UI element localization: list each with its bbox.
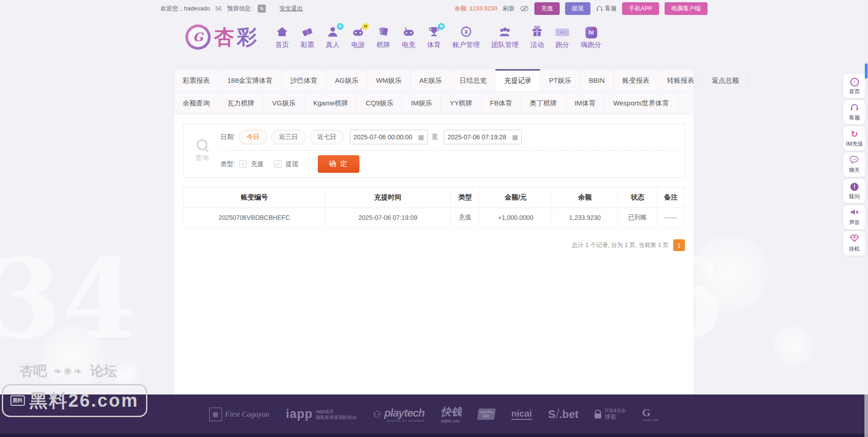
exclamation-icon: ! bbox=[850, 183, 859, 191]
mobile-app-button[interactable]: 手机APP bbox=[622, 2, 659, 15]
nav-item-promo[interactable]: 活动 bbox=[524, 25, 550, 49]
range-today-pill[interactable]: 今日 bbox=[239, 130, 267, 144]
new-badge: N bbox=[337, 23, 344, 30]
paofen-logo-icon: T.I.T bbox=[556, 28, 569, 36]
refresh-link[interactable]: 刷新 bbox=[503, 5, 514, 13]
nav-item-cards[interactable]: 棋牌 bbox=[371, 25, 396, 49]
col-header-amount: 金额/元 bbox=[480, 187, 552, 208]
col-header-type: 类型 bbox=[451, 187, 480, 208]
side-item-service[interactable]: 客服 bbox=[843, 100, 866, 124]
tab-bbin[interactable]: BBIN bbox=[580, 69, 614, 91]
side-item-im-recharge[interactable]: ↻ IM充值 bbox=[843, 126, 866, 151]
main-content-card: 彩票报表 188金宝博体育 沙巴体育 AG娱乐 WM娱乐 AE娱乐 日结总览 充… bbox=[174, 69, 694, 395]
edit-pencil-icon[interactable]: ✎ bbox=[258, 5, 266, 13]
cell-type: 充值 bbox=[451, 208, 480, 228]
gamcare-logo: GGAMCARE bbox=[642, 407, 659, 422]
nav-item-sports[interactable]: N 体育 bbox=[421, 25, 447, 49]
tab-ag[interactable]: AG娱乐 bbox=[326, 69, 368, 91]
scrollbar-thumb[interactable] bbox=[865, 63, 868, 79]
welcome-text: 欢迎您，hadesado bbox=[160, 5, 210, 13]
nav-item-lottery[interactable]: 彩票 bbox=[295, 25, 320, 49]
date-to-field[interactable]: ▦ bbox=[444, 130, 522, 144]
tab-transfer-report[interactable]: 转账报表 bbox=[659, 69, 703, 91]
nav-item-account[interactable]: ¥ 账户管理 bbox=[447, 25, 486, 49]
side-item-question[interactable]: ! 疑问 bbox=[843, 179, 866, 203]
calendar-icon[interactable]: ▦ bbox=[418, 133, 424, 141]
im-recharge-icon: ↻ bbox=[851, 130, 858, 139]
main-nav: 首页 彩票 N 真人 H 电游 bbox=[269, 25, 607, 49]
customer-service-link[interactable]: 客服 bbox=[596, 5, 617, 13]
range-7days-pill[interactable]: 近七日 bbox=[310, 130, 344, 144]
mail-icon[interactable]: ✉ bbox=[215, 4, 222, 14]
cards-icon bbox=[377, 26, 390, 39]
confirm-button[interactable]: 确 定 bbox=[318, 155, 359, 173]
tab-balance-query[interactable]: 余额查询 bbox=[174, 92, 219, 114]
calendar-icon[interactable]: ▦ bbox=[512, 133, 518, 141]
cell-amount: +1,000.0000 bbox=[480, 208, 552, 228]
tabs-row-1: 彩票报表 188金宝博体育 沙巴体育 AG娱乐 WM娱乐 AE娱乐 日结总览 充… bbox=[174, 69, 694, 92]
tab-daily-summary[interactable]: 日结总览 bbox=[451, 69, 495, 91]
tab-vg[interactable]: VG娱乐 bbox=[264, 92, 305, 114]
withdraw-checkbox[interactable] bbox=[274, 160, 282, 168]
date-from-field[interactable]: ▦ bbox=[350, 130, 428, 144]
tab-deposit-withdraw-record[interactable]: 充提记录 bbox=[495, 69, 540, 91]
tab-im-sports[interactable]: IM体育 bbox=[566, 92, 605, 114]
tab-ae[interactable]: AE娱乐 bbox=[410, 69, 451, 91]
tab-rebate-total[interactable]: 返点总额 bbox=[703, 69, 748, 91]
tab-wm[interactable]: WM娱乐 bbox=[368, 69, 411, 91]
tab-188-sports[interactable]: 188金宝博体育 bbox=[219, 69, 282, 91]
brand-char-2: 彩 bbox=[237, 24, 257, 51]
cell-change-id: 20250706VBDBCBHEFC bbox=[184, 208, 326, 228]
side-item-chat[interactable]: 聊天 bbox=[843, 152, 866, 177]
tab-kgame[interactable]: Kgame棋牌 bbox=[305, 92, 358, 114]
nav-item-live[interactable]: N 真人 bbox=[320, 25, 345, 49]
nav-item-home[interactable]: 首页 bbox=[269, 25, 295, 49]
tab-account-change-report[interactable]: 账变报表 bbox=[614, 69, 659, 91]
footer-bottom-strip bbox=[0, 434, 868, 437]
filter-panel: 查询 日期: 今日 近三日 近七日 ▦ 至 ▦ 类型: bbox=[183, 124, 685, 178]
col-header-change-id: 账变编号 bbox=[184, 187, 326, 208]
hi-app-icon: hi bbox=[585, 27, 597, 38]
withdraw-button[interactable]: 提现 bbox=[565, 2, 590, 15]
side-item-home[interactable]: ↑ 首页 bbox=[843, 74, 866, 98]
pc-client-button[interactable]: 电脑客户端 bbox=[665, 2, 708, 15]
tab-aoding-cards[interactable]: 奥丁棋牌 bbox=[521, 92, 566, 114]
withdraw-checkbox-label: 提现 bbox=[286, 160, 298, 168]
side-item-idle[interactable]: 挂机 bbox=[843, 231, 866, 256]
side-item-sound[interactable]: 声音 bbox=[843, 205, 866, 229]
tab-pt[interactable]: PT娱乐 bbox=[540, 69, 580, 91]
tab-lottery-report[interactable]: 彩票报表 bbox=[174, 69, 219, 91]
nav-item-team[interactable]: 团队管理 bbox=[486, 25, 524, 49]
first-cagayan-logo: ▦ First Cagayan bbox=[209, 408, 270, 421]
tabs-row-2: 余额查询 瓦力棋牌 VG娱乐 Kgame棋牌 CQ9娱乐 IM娱乐 YY棋牌 F… bbox=[174, 92, 694, 114]
brand-logo[interactable]: G 杏 彩 bbox=[185, 24, 257, 51]
esports-icon bbox=[402, 26, 415, 39]
query-label: 查询 bbox=[195, 154, 209, 162]
tab-wali-cards[interactable]: 瓦力棋牌 bbox=[219, 92, 264, 114]
headset-icon bbox=[596, 5, 603, 12]
recharge-button[interactable]: 充值 bbox=[534, 2, 560, 15]
eye-off-icon[interactable] bbox=[520, 5, 529, 12]
range-3days-pill[interactable]: 近三日 bbox=[271, 130, 306, 144]
new-badge: N bbox=[438, 23, 445, 30]
date-to-input[interactable] bbox=[448, 133, 510, 141]
tab-wesports[interactable]: Wesports世界体育 bbox=[605, 92, 678, 114]
tab-fb-sports[interactable]: FB体育 bbox=[481, 92, 521, 114]
tab-cq9[interactable]: CQ9娱乐 bbox=[357, 92, 402, 114]
date-from-input[interactable] bbox=[354, 133, 416, 141]
site-header: G 杏 彩 首页 彩票 N 真人 H bbox=[0, 17, 868, 57]
logout-link[interactable]: 安全退出 bbox=[279, 5, 303, 13]
cell-status: 已到账 bbox=[618, 208, 657, 228]
floating-side-nav: ↑ 首页 客服 ↻ IM充值 聊天 ! 疑问 声音 挂机 bbox=[843, 74, 866, 256]
nav-item-esports[interactable]: 电竞 bbox=[396, 25, 421, 49]
tab-im-entertainment[interactable]: IM娱乐 bbox=[402, 92, 441, 114]
nav-item-hi-paofen[interactable]: hi 嗨跑分 bbox=[575, 25, 607, 49]
tab-saba-sports[interactable]: 沙巴体育 bbox=[282, 69, 326, 91]
sbet-logo: S⧸.bet bbox=[548, 408, 579, 421]
page-1-button[interactable]: 1 bbox=[673, 239, 685, 251]
tab-yy-cards[interactable]: YY棋牌 bbox=[441, 92, 481, 114]
nav-item-egames[interactable]: H 电游 bbox=[345, 25, 371, 49]
nav-item-paofen[interactable]: T.I.T 跑分 bbox=[550, 25, 575, 49]
deposit-checkbox[interactable] bbox=[239, 160, 247, 168]
bokeh-circle bbox=[692, 235, 769, 312]
